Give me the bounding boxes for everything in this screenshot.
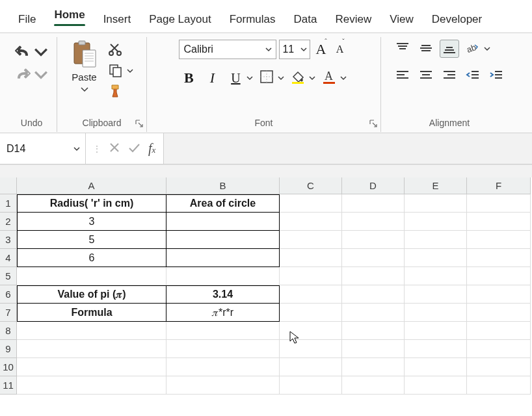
cell[interactable] [342, 304, 405, 322]
cell[interactable] [467, 267, 531, 285]
cell[interactable] [17, 267, 166, 285]
cell[interactable] [342, 285, 405, 304]
cell[interactable] [166, 376, 280, 395]
cell[interactable] [467, 285, 531, 304]
decrease-font-size-button[interactable]: Aˇ [334, 43, 349, 55]
paste-button[interactable]: Paste [71, 40, 98, 94]
cell[interactable] [405, 340, 467, 358]
italic-button[interactable]: I [202, 68, 222, 88]
cell[interactable] [17, 376, 166, 395]
cell[interactable] [280, 249, 342, 267]
cell[interactable] [342, 194, 405, 213]
cell[interactable] [280, 213, 342, 231]
dialog-launcher-icon[interactable] [135, 119, 144, 128]
align-left-button[interactable] [393, 67, 412, 85]
borders-button[interactable] [257, 68, 276, 88]
drag-handle-icon[interactable]: ⋮ [90, 144, 104, 154]
cell[interactable] [405, 376, 467, 395]
format-painter-button[interactable] [106, 83, 126, 101]
row-header[interactable]: 3 [0, 231, 17, 249]
cell[interactable] [467, 194, 531, 213]
decrease-indent-button[interactable] [463, 67, 483, 85]
cell[interactable] [467, 322, 531, 340]
align-top-button[interactable] [393, 40, 412, 58]
cell[interactable]: Area of circle [166, 194, 280, 213]
cell[interactable] [342, 376, 405, 395]
cell[interactable]: 3.14 [166, 285, 280, 304]
undo-button[interactable] [13, 44, 51, 62]
cell[interactable]: Formula [17, 304, 166, 322]
cell[interactable]: 6 [17, 249, 166, 267]
chevron-down-icon[interactable] [127, 66, 133, 76]
row-header[interactable]: 2 [0, 213, 17, 231]
cell[interactable] [166, 267, 280, 285]
tab-formulas[interactable]: Formulas [220, 6, 285, 32]
cell[interactable] [280, 322, 342, 340]
name-box[interactable]: D14 [0, 133, 86, 164]
cell[interactable] [280, 376, 342, 395]
cell[interactable] [342, 322, 405, 340]
cell[interactable] [166, 213, 280, 231]
tab-page-layout[interactable]: Page Layout [140, 6, 220, 32]
cell[interactable] [342, 213, 405, 231]
chevron-down-icon[interactable] [276, 73, 284, 83]
col-header-B[interactable]: B [166, 177, 280, 194]
align-right-button[interactable] [440, 67, 459, 85]
tab-insert[interactable]: Insert [94, 6, 140, 32]
cell[interactable] [342, 358, 405, 376]
col-header-C[interactable]: C [280, 177, 342, 194]
row-header[interactable]: 6 [0, 285, 17, 304]
fill-color-button[interactable] [288, 68, 308, 88]
font-color-button[interactable]: A [319, 68, 339, 88]
tab-file[interactable]: File [9, 6, 45, 32]
col-header-D[interactable]: D [342, 177, 405, 194]
chevron-down-icon[interactable] [483, 44, 490, 54]
dialog-launcher-icon[interactable] [369, 119, 378, 128]
chevron-down-icon[interactable] [339, 73, 347, 83]
tab-review[interactable]: Review [326, 6, 380, 32]
cancel-formula-button[interactable] [105, 140, 124, 158]
cell[interactable] [405, 194, 467, 213]
cell[interactable] [280, 304, 342, 322]
row-header[interactable]: 11 [0, 376, 17, 395]
cell[interactable] [342, 340, 405, 358]
cell[interactable] [467, 213, 531, 231]
bold-button[interactable]: B [179, 68, 198, 88]
cell[interactable] [467, 304, 531, 322]
cell[interactable] [405, 285, 467, 304]
cell[interactable] [342, 267, 405, 285]
cell[interactable] [405, 231, 467, 249]
fx-icon[interactable]: fx [144, 141, 159, 156]
cell[interactable] [280, 194, 342, 213]
cell[interactable] [405, 322, 467, 340]
chevron-down-icon[interactable] [308, 73, 315, 83]
cell[interactable] [467, 340, 531, 358]
cell[interactable] [166, 340, 280, 358]
align-center-button[interactable] [416, 67, 436, 85]
cell[interactable] [405, 267, 467, 285]
enter-formula-button[interactable] [125, 140, 143, 158]
font-name-select[interactable]: Calibri [179, 40, 276, 59]
row-header[interactable]: 8 [0, 322, 17, 340]
cell[interactable]: 𝜋*r*r [166, 304, 280, 322]
select-all-corner[interactable] [0, 177, 17, 194]
cell[interactable] [342, 249, 405, 267]
underline-button[interactable]: U [226, 68, 245, 88]
tab-data[interactable]: Data [285, 6, 326, 32]
col-header-F[interactable]: F [467, 177, 531, 194]
cell[interactable] [280, 231, 342, 249]
orientation-button[interactable]: ab [463, 40, 483, 58]
cell[interactable] [166, 358, 280, 376]
font-size-select[interactable]: 11 [279, 40, 310, 59]
cut-button[interactable] [106, 41, 126, 59]
cell[interactable] [405, 358, 467, 376]
increase-font-size-button[interactable]: Aˆ [313, 41, 330, 58]
cell[interactable] [17, 358, 166, 376]
align-bottom-button[interactable] [440, 40, 459, 58]
tab-view[interactable]: View [380, 6, 423, 32]
cell[interactable] [280, 340, 342, 358]
row-header[interactable]: 1 [0, 194, 17, 213]
redo-button[interactable] [13, 66, 51, 85]
cell[interactable]: Value of pi (𝜋) [17, 285, 166, 304]
cell[interactable] [467, 376, 531, 395]
